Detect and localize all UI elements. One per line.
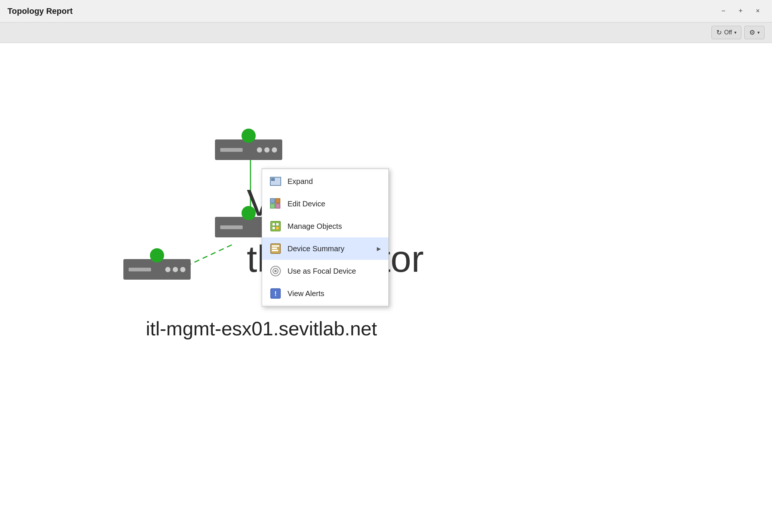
dot3	[180, 267, 185, 272]
refresh-label: Off	[724, 29, 732, 36]
refresh-button[interactable]: ↻ Off ▾	[711, 26, 741, 39]
topology-canvas: VM 1 th mulator itl-mgmt-esx01.sevitlab.…	[0, 43, 772, 532]
device-summary-submenu-arrow: ▶	[377, 246, 381, 252]
svg-rect-14	[272, 245, 279, 247]
manage-objects-icon	[270, 220, 282, 232]
svg-rect-3	[271, 178, 275, 181]
focal-device-label: Use as Focal Device	[287, 267, 381, 276]
status-dot-top	[242, 129, 256, 143]
device-summary-icon	[270, 243, 282, 255]
status-dot-mid	[242, 206, 256, 220]
toolbar: ↻ Off ▾ ⚙ ▾	[0, 22, 772, 43]
settings-button[interactable]: ⚙ ▾	[744, 26, 765, 39]
svg-point-19	[274, 270, 277, 272]
device-summary-label: Device Summary	[287, 245, 371, 253]
dot1	[165, 267, 170, 272]
svg-rect-10	[276, 223, 279, 226]
svg-text:!: !	[274, 290, 277, 298]
svg-rect-9	[272, 223, 275, 226]
expand-icon	[270, 175, 282, 187]
minimize-button[interactable]: −	[717, 4, 730, 18]
settings-dropdown-arrow: ▾	[757, 30, 760, 35]
title-bar: Topology Report − + ×	[0, 0, 772, 22]
svg-rect-5	[276, 199, 280, 203]
view-alerts-icon: !	[270, 287, 282, 299]
device-top[interactable]	[215, 136, 282, 160]
svg-rect-4	[270, 199, 275, 203]
close-button[interactable]: ×	[751, 4, 765, 18]
menu-item-manage-objects[interactable]: Manage Objects	[262, 215, 388, 237]
dot2	[264, 147, 270, 153]
dot1	[257, 147, 262, 153]
device-bar	[220, 148, 243, 152]
manage-objects-label: Manage Objects	[287, 222, 381, 231]
svg-rect-15	[272, 247, 277, 249]
device-bar	[129, 268, 151, 271]
svg-rect-7	[276, 204, 280, 208]
edit-device-label: Edit Device	[287, 200, 381, 208]
menu-item-expand[interactable]: Expand	[262, 170, 388, 193]
menu-item-edit-device[interactable]: Edit Device	[262, 193, 388, 215]
window-title: Topology Report	[7, 6, 73, 16]
menu-item-device-summary[interactable]: Device Summary ▶	[262, 237, 388, 260]
refresh-dropdown-arrow: ▾	[734, 30, 736, 35]
focal-device-icon	[270, 265, 282, 277]
window-controls: − + ×	[717, 4, 765, 18]
device-bot[interactable]	[123, 255, 191, 280]
menu-item-focal-device[interactable]: Use as Focal Device	[262, 260, 388, 282]
view-alerts-label: View Alerts	[287, 289, 381, 298]
refresh-icon: ↻	[716, 28, 722, 37]
maximize-button[interactable]: +	[734, 4, 747, 18]
svg-rect-6	[270, 204, 275, 208]
svg-rect-12	[276, 227, 279, 230]
device-dots	[165, 267, 185, 272]
edit-device-icon	[270, 198, 282, 210]
menu-item-view-alerts[interactable]: ! View Alerts	[262, 282, 388, 305]
context-menu: Expand Edit Device	[262, 168, 389, 307]
dot2	[173, 267, 178, 272]
device-bar	[220, 225, 243, 229]
svg-rect-16	[272, 250, 278, 251]
dot3	[272, 147, 277, 153]
gear-icon: ⚙	[749, 28, 755, 37]
device-dots	[257, 147, 277, 153]
expand-label: Expand	[287, 177, 381, 186]
device-hostname-label: itl-mgmt-esx01.sevitlab.net	[146, 317, 377, 340]
status-dot-bot	[150, 248, 164, 262]
svg-rect-11	[272, 227, 275, 230]
